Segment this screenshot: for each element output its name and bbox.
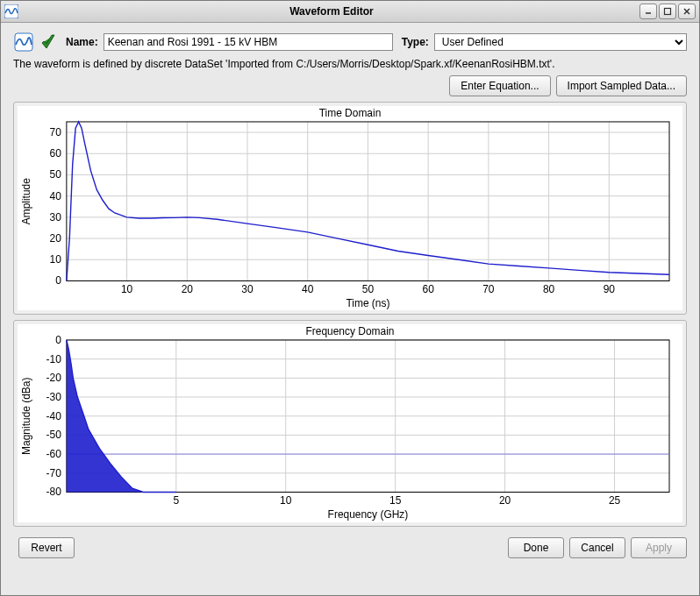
svg-text:Frequency (GHz): Frequency (GHz) bbox=[328, 509, 409, 522]
svg-text:-80: -80 bbox=[46, 486, 62, 499]
svg-text:5: 5 bbox=[173, 495, 179, 507]
svg-text:Magnitude (dBa): Magnitude (dBa) bbox=[20, 378, 32, 455]
app-icon bbox=[4, 4, 18, 18]
time-domain-frame: Time Domain10203040506070809001020304050… bbox=[13, 102, 687, 315]
svg-text:-60: -60 bbox=[46, 448, 62, 460]
svg-text:40: 40 bbox=[302, 283, 314, 295]
footer-row: Revert Done Cancel Apply bbox=[13, 532, 687, 558]
freq-domain-chart: Frequency Domain510152025-80-70-60-50-40… bbox=[18, 324, 682, 522]
window-title: Waveform Editor bbox=[24, 5, 639, 18]
svg-text:Frequency Domain: Frequency Domain bbox=[306, 325, 395, 337]
svg-text:-10: -10 bbox=[46, 353, 62, 365]
freq-domain-frame: Frequency Domain510152025-80-70-60-50-40… bbox=[13, 320, 687, 526]
apply-button[interactable]: Apply bbox=[631, 537, 687, 558]
svg-rect-2 bbox=[665, 9, 671, 15]
svg-text:-20: -20 bbox=[46, 372, 62, 385]
svg-text:50: 50 bbox=[362, 283, 375, 295]
svg-text:70: 70 bbox=[50, 126, 62, 138]
svg-text:-70: -70 bbox=[46, 467, 62, 479]
content-area: Name: Type: User Defined The waveform is… bbox=[1, 23, 699, 595]
svg-text:-30: -30 bbox=[46, 391, 62, 403]
svg-text:90: 90 bbox=[604, 283, 616, 295]
svg-text:-40: -40 bbox=[46, 410, 62, 422]
svg-text:Time (ns): Time (ns) bbox=[346, 297, 389, 309]
title-bar: Waveform Editor bbox=[1, 1, 699, 23]
svg-text:60: 60 bbox=[50, 147, 62, 160]
minimize-button[interactable] bbox=[639, 4, 657, 19]
action-row: Enter Equation... Import Sampled Data... bbox=[13, 75, 687, 96]
type-select[interactable]: User Defined bbox=[434, 33, 687, 51]
svg-text:10: 10 bbox=[280, 495, 292, 507]
svg-text:15: 15 bbox=[389, 495, 402, 507]
close-button[interactable] bbox=[678, 4, 696, 19]
enter-equation-button[interactable]: Enter Equation... bbox=[449, 75, 550, 96]
svg-text:Time Domain: Time Domain bbox=[319, 107, 382, 119]
svg-text:25: 25 bbox=[609, 495, 621, 507]
name-label: Name: bbox=[66, 36, 98, 48]
maximize-button[interactable] bbox=[659, 4, 676, 19]
time-domain-chart: Time Domain10203040506070809001020304050… bbox=[18, 106, 682, 310]
svg-text:30: 30 bbox=[50, 211, 62, 224]
svg-text:30: 30 bbox=[241, 283, 254, 295]
waveform-icon bbox=[13, 32, 34, 53]
svg-text:-50: -50 bbox=[46, 429, 62, 442]
svg-text:0: 0 bbox=[55, 334, 61, 346]
svg-text:40: 40 bbox=[50, 190, 62, 202]
svg-text:10: 10 bbox=[50, 253, 62, 266]
svg-text:50: 50 bbox=[50, 168, 62, 181]
svg-text:20: 20 bbox=[499, 495, 511, 507]
svg-text:80: 80 bbox=[543, 283, 555, 295]
revert-button[interactable]: Revert bbox=[18, 537, 75, 558]
svg-text:60: 60 bbox=[423, 283, 435, 295]
svg-text:Amplitude: Amplitude bbox=[20, 178, 32, 225]
description-text: The waveform is defined by discrete Data… bbox=[13, 58, 687, 70]
import-sampled-button[interactable]: Import Sampled Data... bbox=[556, 75, 687, 96]
done-button[interactable]: Done bbox=[508, 537, 564, 558]
name-input[interactable] bbox=[104, 33, 393, 51]
header-row: Name: Type: User Defined bbox=[13, 32, 687, 53]
svg-text:10: 10 bbox=[121, 283, 133, 295]
cancel-button[interactable]: Cancel bbox=[569, 537, 625, 558]
type-label: Type: bbox=[402, 36, 429, 48]
svg-text:0: 0 bbox=[55, 274, 61, 287]
svg-text:70: 70 bbox=[482, 283, 495, 295]
app-window: Waveform Editor bbox=[0, 0, 700, 596]
window-buttons bbox=[639, 4, 696, 19]
checkmark-icon bbox=[38, 32, 59, 53]
svg-text:20: 20 bbox=[182, 283, 194, 295]
svg-text:20: 20 bbox=[50, 232, 62, 245]
